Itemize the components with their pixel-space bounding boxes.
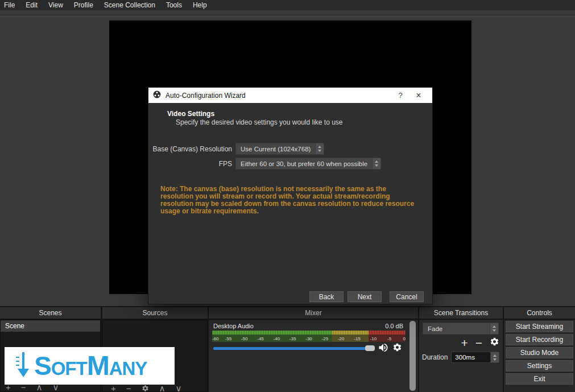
menu-tools[interactable]: Tools (166, 1, 182, 9)
menu-edit[interactable]: Edit (26, 1, 38, 9)
scale-tick: -40 (274, 336, 280, 341)
mixer-channel-name: Desktop Audio (213, 323, 254, 329)
volume-slider-track[interactable] (213, 347, 375, 350)
remove-source-icon[interactable]: − (126, 385, 131, 392)
scale-tick: -55 (225, 336, 232, 341)
scale-tick: -45 (257, 336, 264, 341)
transition-properties-gear-icon[interactable] (490, 337, 499, 349)
base-resolution-row: Base (Canvas) Resolution Use Current (10… (148, 143, 432, 155)
scale-tick: -60 (212, 336, 219, 341)
menu-file[interactable]: File (4, 1, 15, 9)
scale-tick: -50 (241, 336, 248, 341)
scale-tick: -10 (370, 336, 377, 341)
spinner-down-icon[interactable] (493, 329, 496, 332)
spinner-down-icon[interactable] (493, 358, 497, 361)
settings-button[interactable]: Settings (506, 360, 573, 372)
move-source-up-icon[interactable]: ∧ (159, 385, 166, 392)
scale-tick: -15 (354, 336, 361, 341)
fps-label: FPS (148, 160, 232, 168)
scenes-toolbar: + − ∧ ∨ (6, 383, 59, 391)
logo-seg: M (87, 352, 109, 379)
controls-dock-header[interactable]: Controls (504, 307, 575, 319)
spinner-down-icon[interactable] (375, 164, 378, 167)
start-streaming-button[interactable]: Start Streaming (506, 321, 573, 332)
base-resolution-select[interactable]: Use Current (1024x768) (235, 143, 324, 155)
base-resolution-value: Use Current (1024x768) (236, 143, 315, 154)
volume-slider-handle[interactable] (365, 345, 375, 351)
mixer-panel: Desktop Audio 0.0 dB -60 -55 -50 -45 -40… (209, 320, 418, 392)
sources-dock-header[interactable]: Sources (102, 307, 208, 319)
video-settings-subheading: Specify the desired video settings you w… (176, 118, 343, 126)
volume-meter: -60 -55 -50 -45 -40 -35 -30 -25 -20 -15 … (212, 331, 406, 342)
fps-row: FPS Either 60 or 30, but prefer 60 when … (148, 158, 432, 170)
obs-logo-icon (153, 90, 161, 101)
spinner-down-icon[interactable] (318, 150, 321, 152)
mixer-dock-header[interactable]: Mixer (209, 307, 418, 319)
volume-meter-scale: -60 -55 -50 -45 -40 -35 -30 -25 -20 -15 … (212, 335, 406, 342)
transition-toolbar: + − (461, 337, 499, 349)
scene-list-item[interactable]: Scene (1, 320, 100, 332)
video-settings-form: Base (Canvas) Resolution Use Current (10… (148, 143, 432, 172)
duration-spinbox[interactable]: 300ms (451, 352, 499, 363)
menu-scene-collection[interactable]: Scene Collection (104, 1, 155, 9)
dialog-close-button[interactable]: × (409, 88, 428, 103)
scale-tick: -20 (338, 336, 345, 341)
move-source-down-icon[interactable]: ∨ (176, 385, 182, 392)
move-scene-down-icon[interactable]: ∨ (53, 383, 59, 391)
next-button[interactable]: Next (348, 291, 382, 302)
dialog-help-button[interactable]: ? (391, 88, 409, 103)
add-scene-icon[interactable]: + (6, 383, 11, 391)
menu-help[interactable]: Help (193, 1, 207, 9)
spinner-up-icon[interactable] (375, 160, 378, 163)
duration-value[interactable]: 300ms (452, 352, 490, 362)
duration-label: Duration (422, 353, 448, 361)
menu-view[interactable]: View (48, 1, 63, 9)
scale-tick: -30 (305, 336, 312, 341)
mixer-scrollbar[interactable] (409, 321, 416, 391)
dialog-titlebar[interactable]: Auto-Configuration Wizard ? × (148, 88, 432, 103)
start-recording-button[interactable]: Start Recording (506, 334, 573, 345)
add-source-icon[interactable]: + (111, 385, 116, 392)
mixer-gear-icon[interactable] (392, 343, 402, 354)
base-resolution-spinner[interactable] (315, 143, 324, 154)
add-transition-icon[interactable]: + (461, 338, 468, 348)
softmany-watermark: SOFTMANY (5, 347, 175, 385)
scene-transitions-dock-header[interactable]: Scene Transitions (419, 307, 503, 319)
scale-tick: -35 (289, 336, 296, 341)
back-button[interactable]: Back (309, 291, 344, 302)
menu-profile[interactable]: Profile (74, 1, 93, 9)
softmany-logo-text: SOFTMANY (34, 352, 147, 379)
controls-dock: Controls Start Streaming Start Recording… (504, 307, 575, 392)
remove-scene-icon[interactable]: − (21, 383, 26, 391)
logo-seg: OFT (51, 359, 87, 378)
transition-spinner[interactable] (490, 323, 498, 334)
spinner-up-icon[interactable] (493, 354, 497, 357)
speaker-icon[interactable] (378, 342, 389, 356)
exit-button[interactable]: Exit (506, 373, 573, 385)
fps-select[interactable]: Either 60 or 30, but prefer 60 when poss… (235, 158, 381, 170)
controls-panel: Start Streaming Start Recording Studio M… (504, 320, 575, 392)
sources-toolbar: + − ∧ ∨ (111, 383, 182, 392)
source-properties-gear-icon[interactable] (142, 383, 149, 392)
scale-tick: -5 (387, 336, 391, 341)
transition-select[interactable]: Fade (423, 323, 499, 335)
duration-row: Duration 300ms (422, 352, 499, 363)
fps-spinner[interactable] (372, 158, 380, 169)
logo-seg: ANY (109, 359, 147, 378)
scenes-dock-header[interactable]: Scenes (0, 307, 101, 319)
fps-value: Either 60 or 30, but prefer 60 when poss… (236, 158, 372, 169)
auto-config-wizard-dialog: Auto-Configuration Wizard ? × Video Sett… (148, 87, 433, 304)
remove-transition-icon[interactable]: − (475, 338, 482, 348)
spinner-up-icon[interactable] (318, 146, 321, 148)
scene-transitions-dock: Scene Transitions Fade + − Duration 300m… (419, 307, 503, 392)
studio-mode-button[interactable]: Studio Mode (506, 347, 573, 358)
video-settings-heading: Video Settings (167, 110, 214, 118)
divider (0, 16, 575, 17)
volume-slider[interactable] (213, 345, 375, 352)
move-scene-up-icon[interactable]: ∧ (36, 383, 43, 391)
spinner-up-icon[interactable] (493, 325, 496, 328)
scale-tick: -25 (322, 336, 329, 341)
duration-spinner[interactable] (490, 352, 499, 362)
dialog-title: Auto-Configuration Wizard (166, 92, 391, 100)
cancel-button[interactable]: Cancel (390, 291, 424, 302)
